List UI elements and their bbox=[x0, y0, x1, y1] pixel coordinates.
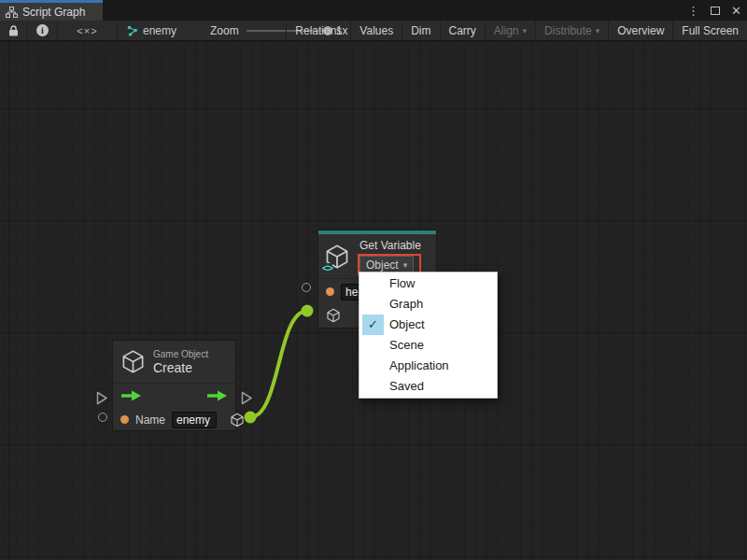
caret-down-icon: ▾ bbox=[523, 26, 528, 35]
node-title: Get Variable bbox=[358, 239, 421, 252]
cube-code-icon: <> bbox=[324, 244, 350, 272]
flow-in-port[interactable] bbox=[96, 391, 108, 405]
maximize-icon[interactable] bbox=[711, 7, 720, 15]
close-icon[interactable]: ✕ bbox=[731, 4, 741, 18]
align-button: Align ▾ bbox=[485, 21, 535, 41]
name-port-label: Name bbox=[135, 413, 165, 427]
get-variable-name-port[interactable] bbox=[302, 283, 311, 292]
gameobject-port-icon[interactable] bbox=[326, 308, 341, 323]
menu-item-application[interactable]: Application bbox=[359, 356, 497, 376]
create-gameobject-node[interactable]: Game Object Create Name bbox=[112, 340, 236, 431]
menu-item-scene[interactable]: Scene bbox=[359, 335, 497, 356]
dim-button[interactable]: Dim bbox=[402, 21, 439, 41]
code-preview-button[interactable]: <×> bbox=[58, 21, 118, 40]
breadcrumb[interactable]: enemy bbox=[118, 21, 186, 40]
relations-button[interactable]: Relations bbox=[286, 21, 350, 41]
lock-button[interactable] bbox=[0, 21, 28, 40]
menu-item-object[interactable]: ✓ Object bbox=[359, 315, 497, 335]
name-value-port[interactable] bbox=[98, 413, 107, 422]
hierarchy-icon bbox=[6, 7, 18, 18]
info-button[interactable]: i bbox=[28, 21, 58, 40]
menu-item-flow[interactable]: Flow bbox=[359, 273, 497, 294]
script-graph-window: Script Graph ⋮ ✕ i <×> bbox=[0, 0, 747, 560]
node-category: Game Object bbox=[153, 348, 208, 360]
tab-script-graph[interactable]: Script Graph bbox=[0, 0, 103, 21]
toolbar-buttons: Relations Values Dim Carry Align ▾ Distr… bbox=[286, 21, 747, 41]
info-icon: i bbox=[36, 24, 49, 36]
distribute-button: Distribute ▾ bbox=[535, 21, 608, 41]
menu-item-saved[interactable]: Saved bbox=[359, 376, 497, 397]
check-icon: ✓ bbox=[362, 315, 384, 335]
kebab-menu-icon[interactable]: ⋮ bbox=[687, 4, 699, 18]
lock-icon bbox=[8, 25, 19, 36]
window-controls: ⋮ ✕ bbox=[687, 0, 741, 21]
flow-in-arrow-icon[interactable] bbox=[120, 390, 142, 401]
fullscreen-button[interactable]: Full Screen bbox=[672, 21, 747, 41]
graph-toolbar: i <×> enemy Zoom 1x Relations bbox=[0, 21, 747, 41]
tab-title: Script Graph bbox=[22, 6, 85, 19]
value-port-icon[interactable] bbox=[326, 287, 334, 296]
name-input[interactable] bbox=[172, 412, 217, 428]
caret-down-icon: ▾ bbox=[403, 260, 408, 270]
caret-down-icon: ▾ bbox=[596, 26, 600, 35]
zoom-label: Zoom bbox=[210, 24, 239, 37]
code-icon: <×> bbox=[77, 25, 97, 36]
overview-button[interactable]: Overview bbox=[608, 21, 672, 41]
breadcrumb-graph-name: enemy bbox=[143, 24, 176, 37]
value-port-icon[interactable] bbox=[120, 415, 129, 424]
flow-out-arrow-icon[interactable] bbox=[206, 390, 228, 401]
flow-out-port[interactable] bbox=[241, 391, 253, 405]
gameobject-out-port-icon[interactable] bbox=[230, 413, 245, 427]
variable-kind-menu: Flow Graph ✓ Object Scene Application Sa… bbox=[359, 272, 498, 399]
node-title: Create bbox=[153, 360, 208, 376]
tab-bar: Script Graph ⋮ ✕ bbox=[0, 0, 747, 21]
carry-button[interactable]: Carry bbox=[440, 21, 485, 41]
values-button[interactable]: Values bbox=[350, 21, 402, 41]
graph-icon bbox=[127, 25, 138, 36]
cube-icon bbox=[120, 349, 146, 374]
menu-item-graph[interactable]: Graph bbox=[359, 294, 497, 315]
